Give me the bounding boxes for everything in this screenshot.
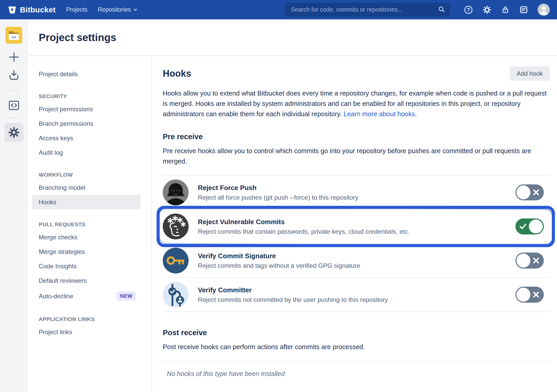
hook-row-reject-force-push: Reject Force Push Reject all force pushe… <box>163 175 550 209</box>
create-icon[interactable] <box>8 51 20 64</box>
svg-text:?: ? <box>467 7 470 12</box>
hooks-intro: Hooks allow you to extend what Bitbucket… <box>163 88 550 119</box>
app-rail: <> <box>0 19 28 392</box>
post-receive-empty-message: No hooks of this type have been installe… <box>163 370 550 378</box>
group-header-security: SECURITY <box>39 93 146 99</box>
project-avatar[interactable]: <> <box>5 27 22 44</box>
chevron-down-icon <box>133 7 138 12</box>
bitbucket-brand[interactable]: Bitbucket <box>8 5 56 14</box>
top-navbar: Bitbucket Projects Repositories ? <box>0 0 557 19</box>
post-receive-divider <box>163 361 550 362</box>
hook-row-reject-vulnerable-commits: Reject Vulnerable Commits Reject commits… <box>163 209 550 243</box>
sidebar-item-merge-strategies[interactable]: Merge strategies <box>39 245 146 259</box>
page-header: Project settings <box>28 19 557 56</box>
toggle-knob <box>516 185 530 199</box>
page-title: Project settings <box>39 32 116 43</box>
sidebar-item-auto-decline[interactable]: Auto-decline NEW <box>39 288 146 304</box>
hook-description: Reject commits and tags without a verifi… <box>198 262 360 269</box>
settings-nav-group-workflow: WORKFLOW Branching model Hooks <box>39 172 146 209</box>
sidebar-item-audit-log[interactable]: Audit log <box>39 145 146 160</box>
toggle-knob <box>529 219 543 233</box>
post-receive-section: Post receive Post receive hooks can perf… <box>163 328 550 378</box>
group-header-pull-requests: PULL REQUESTS <box>39 221 146 228</box>
post-receive-description: Post receive hooks can perform actions a… <box>163 342 550 352</box>
sidebar-item-branching-model[interactable]: Branching model <box>39 181 146 195</box>
pre-receive-hook-list: Reject Force Push Reject all force pushe… <box>163 175 550 312</box>
main-area: Project details SECURITY Project permiss… <box>28 56 557 391</box>
hooks-content: Hooks Add hook Hooks allow you to extend… <box>152 56 557 391</box>
settings-nav-group-pull-requests: PULL REQUESTS Merge checks Merge strateg… <box>39 221 146 304</box>
rail-settings-gear[interactable] <box>4 123 24 142</box>
brand-name: Bitbucket <box>20 5 56 14</box>
search-icon[interactable] <box>438 5 445 14</box>
hook-toggle[interactable] <box>515 184 544 200</box>
hook-name: Reject Vulnerable Commits <box>198 218 410 226</box>
navbar-actions: ? <box>464 4 550 16</box>
add-hook-button[interactable]: Add hook <box>510 66 550 81</box>
pre-receive-description: Pre receive hooks allow you to control w… <box>163 146 550 166</box>
hook-row-verify-committer: Verify Committer Reject commits not comm… <box>163 277 550 311</box>
toggle-knob <box>516 254 530 268</box>
hook-toggle[interactable] <box>515 287 544 303</box>
code-icon[interactable] <box>8 99 20 113</box>
search-input[interactable] <box>290 6 438 13</box>
hook-name: Reject Force Push <box>198 184 358 192</box>
svg-text:<>: <> <box>12 35 16 39</box>
learn-more-link[interactable]: Learn more about hooks <box>344 110 415 117</box>
gold-key-avatar <box>163 248 189 273</box>
hooks-title: Hooks <box>163 68 191 79</box>
group-header-application-links: APPLICATION LINKS <box>39 316 146 322</box>
rail-divider <box>8 117 20 118</box>
intro-suffix: . <box>415 110 417 117</box>
mind-blown-face-avatar <box>163 214 189 239</box>
hook-toggle[interactable] <box>515 218 544 234</box>
darth-vader-avatar <box>163 179 189 205</box>
toggle-knob <box>516 288 530 302</box>
group-header-workflow: WORKFLOW <box>39 172 146 178</box>
auto-decline-label: Auto-decline <box>39 293 73 300</box>
pre-receive-title: Pre receive <box>163 132 550 141</box>
nav-item-projects[interactable]: Projects <box>66 6 88 13</box>
settings-nav-group-security: SECURITY Project permissions Branch perm… <box>39 93 146 160</box>
global-search <box>285 3 450 17</box>
new-badge: NEW <box>117 292 136 301</box>
feedback-icon[interactable] <box>519 5 528 14</box>
commit-graph-user-avatar <box>163 282 189 308</box>
settings-icon[interactable] <box>482 5 492 14</box>
settings-nav: Project details SECURITY Project permiss… <box>28 56 152 391</box>
sidebar-item-project-links[interactable]: Project links <box>39 325 146 339</box>
sidebar-item-default-reviewers[interactable]: Default reviewers <box>39 273 146 288</box>
lock-icon[interactable] <box>501 5 510 14</box>
sidebar-item-code-insights[interactable]: Code Insights <box>39 259 146 273</box>
hook-description: Reject commits not committed by the user… <box>198 296 388 303</box>
hook-name: Verify Committer <box>198 286 388 294</box>
sidebar-item-merge-checks[interactable]: Merge checks <box>39 230 146 245</box>
nav-item-repositories[interactable]: Repositories <box>98 6 138 13</box>
post-receive-title: Post receive <box>163 328 550 337</box>
sidebar-item-project-permissions[interactable]: Project permissions <box>39 102 146 116</box>
settings-nav-group-application-links: APPLICATION LINKS Project links <box>39 316 146 339</box>
sidebar-item-hooks[interactable]: Hooks <box>32 195 141 209</box>
user-avatar[interactable] <box>538 4 550 16</box>
hook-toggle[interactable] <box>515 253 544 269</box>
hook-row-verify-commit-signature: Verify Commit Signature Reject commits a… <box>163 243 550 277</box>
help-icon[interactable]: ? <box>464 5 473 14</box>
hook-description: Reject all force pushes (git push --forc… <box>198 194 358 201</box>
rail-divider <box>8 90 20 91</box>
clone-icon[interactable] <box>8 69 20 83</box>
hook-description: Reject commits that contain passwords, p… <box>198 228 410 235</box>
sidebar-item-project-details[interactable]: Project details <box>39 67 146 81</box>
bitbucket-logo-icon <box>8 5 17 14</box>
sidebar-item-access-keys[interactable]: Access keys <box>39 131 146 145</box>
sidebar-item-branch-permissions[interactable]: Branch permissions <box>39 116 146 131</box>
hook-name: Verify Commit Signature <box>198 252 360 260</box>
